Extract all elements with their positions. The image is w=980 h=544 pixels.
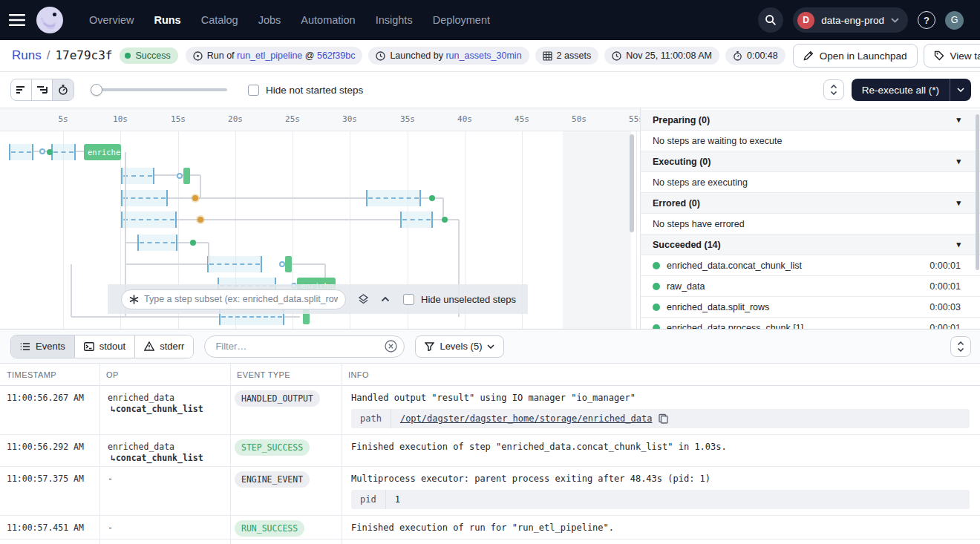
workspace-switcher[interactable]: D data-eng-prod [793, 7, 908, 33]
dagster-logo-icon[interactable] [36, 6, 64, 34]
hide-unselected-checkbox[interactable] [403, 294, 414, 305]
run-tag[interactable]: 0:00:48 [725, 47, 785, 65]
timer-icon [733, 51, 742, 61]
view-timed-button[interactable] [53, 79, 74, 100]
event-row[interactable]: 11:00:57.489 AM-ENGINE_EVENTProcess for … [0, 540, 980, 544]
step-row[interactable]: enriched_data.process_chunk [1]0:00:01 [641, 318, 980, 329]
log-expand-collapse-button[interactable] [950, 336, 971, 357]
help-button[interactable]: ? [918, 11, 935, 29]
metadata-path-link[interactable]: /opt/dagster/dagster_home/storage/enrich… [400, 413, 653, 424]
gantt-zoom-slider[interactable] [91, 84, 227, 96]
tag-link[interactable]: 562f39bc [317, 50, 355, 61]
hide-unselected-toggle[interactable]: Hide unselected steps [403, 294, 516, 305]
breadcrumb-runs-link[interactable]: Runs [12, 48, 42, 63]
tab-stdout[interactable]: stdout [75, 335, 135, 358]
graph-layers-icon[interactable] [358, 294, 369, 305]
nav-item-catalog[interactable]: Catalog [201, 14, 238, 26]
gantt-connector-line [177, 219, 400, 220]
step-section-header[interactable]: Executing (0)▾ [641, 151, 980, 172]
step-success-dot-icon [653, 283, 660, 290]
run-tags: Run of run_etl_pipeline @ 562f39bcLaunch… [186, 47, 785, 65]
event-type-cell: RUN_SUCCESS [230, 516, 342, 537]
gantt-green-dot [190, 240, 196, 246]
step-section-empty-text: No steps are executing [641, 172, 980, 193]
gantt-step-waiting-box[interactable] [121, 190, 168, 206]
gantt-step-waiting-box[interactable] [121, 212, 177, 228]
nav-item-automation[interactable]: Automation [301, 14, 355, 26]
open-in-launchpad-button[interactable]: Open in Launchpad [793, 44, 918, 68]
column-divider [99, 364, 100, 544]
nav-item-jobs[interactable]: Jobs [258, 14, 281, 26]
events-table: TIMESTAMPOPEVENT TYPEINFO 11:00:56.267 A… [0, 364, 980, 544]
warning-icon [144, 341, 154, 351]
axis-tick-label: 45s [514, 114, 529, 124]
step-duration: 0:00:01 [930, 260, 961, 271]
step-section-header[interactable]: Errored (0)▾ [641, 193, 980, 214]
gantt-step-waiting-box[interactable] [366, 190, 421, 206]
gantt-step-waiting-box[interactable] [207, 256, 262, 272]
tag-link[interactable]: run_etl_pipeline [237, 50, 302, 61]
event-row[interactable]: 11:00:56.267 AMenriched_data↳concat_chun… [0, 386, 980, 435]
pencil-icon [803, 50, 814, 61]
gantt-green-dot [442, 217, 448, 223]
log-filter [204, 335, 405, 358]
chevron-up-icon[interactable] [381, 296, 390, 302]
nav-item-insights[interactable]: Insights [376, 14, 413, 26]
run-tag[interactable]: Nov 25, 11:00:08 AM [604, 47, 719, 65]
gantt-step-bar[interactable] [183, 168, 190, 184]
run-tag[interactable]: 2 assets [535, 47, 599, 65]
event-type-cell: ENGINE_EVENT [230, 467, 342, 488]
nav-item-overview[interactable]: Overview [89, 14, 134, 26]
levels-filter-button[interactable]: Levels (5) [415, 335, 504, 358]
event-info-text: Multiprocess executor: parent process ex… [351, 473, 970, 484]
gantt-step-waiting-box[interactable] [51, 144, 76, 160]
gantt-toolbar: Hide not started steps Re-execute all (*… [0, 72, 980, 108]
panel-expand-collapse-button[interactable] [823, 79, 844, 100]
axis-tick-label: 15s [171, 114, 186, 124]
view-waterfall-button[interactable] [32, 79, 53, 100]
op-name: - [108, 473, 230, 485]
tab-stderr[interactable]: stderr [135, 335, 193, 358]
tag-link[interactable]: run_assets_30min [445, 50, 521, 61]
view-flat-button[interactable] [11, 79, 32, 100]
step-row[interactable]: raw_data0:00:01 [641, 276, 980, 297]
step-row[interactable]: enriched_data.split_rows0:00:03 [641, 297, 980, 318]
gantt-step-waiting-box[interactable] [9, 144, 33, 160]
view-tags-config-button[interactable]: View tags and config [924, 44, 980, 68]
gantt-connector-line [200, 175, 201, 198]
slider-handle[interactable] [91, 84, 102, 96]
gantt-scrollbar[interactable] [630, 134, 634, 232]
chevron-down-icon [891, 18, 899, 23]
run-tag[interactable]: Launched by run_assets_30min [368, 47, 529, 65]
status-dot-icon [125, 53, 131, 59]
nav-item-deployment[interactable]: Deployment [433, 14, 490, 26]
reexecute-all-button[interactable]: Re-execute all (*) [852, 79, 971, 101]
step-section-header[interactable]: Succeeded (14)▾ [641, 235, 980, 255]
gantt-step-waiting-box[interactable] [137, 235, 177, 251]
log-filter-input[interactable] [204, 335, 405, 358]
step-row[interactable]: enriched_data.concat_chunk_list0:00:01 [641, 255, 980, 276]
tab-events[interactable]: Events [11, 335, 75, 358]
hide-not-started-checkbox[interactable] [248, 85, 259, 96]
event-row[interactable]: 11:00:57.375 AM-ENGINE_EVENTMultiprocess… [0, 467, 980, 516]
search-button[interactable] [758, 7, 783, 33]
step-panel-scrollbar[interactable] [976, 114, 979, 270]
event-row[interactable]: 11:00:56.292 AMenriched_data↳concat_chun… [0, 435, 980, 467]
gantt-step-labeled-bar[interactable]: enriche. [84, 144, 121, 160]
op-subname: ↳concat_chunk_list [108, 453, 230, 464]
step-section-header[interactable]: Preparing (0)▾ [641, 110, 980, 131]
run-tag[interactable]: Run of run_etl_pipeline @ 562f39bc [186, 47, 363, 65]
axis-tick-label: 10s [113, 114, 128, 124]
copy-icon[interactable] [659, 413, 668, 424]
hide-not-started-toggle[interactable]: Hide not started steps [248, 85, 363, 96]
slider-track [91, 88, 227, 91]
gantt-step-bar[interactable] [285, 256, 292, 272]
reexecute-dropdown-caret[interactable] [950, 79, 971, 101]
user-avatar[interactable]: G [945, 11, 964, 30]
step-subset-input[interactable] [144, 294, 338, 304]
hamburger-menu-icon[interactable] [0, 0, 34, 40]
gantt-step-waiting-box[interactable] [400, 212, 433, 228]
nav-item-runs[interactable]: Runs [154, 14, 180, 26]
event-row[interactable]: 11:00:57.451 AM-RUN_SUCCESSFinished exec… [0, 516, 980, 540]
clear-filter-icon[interactable] [385, 340, 397, 353]
